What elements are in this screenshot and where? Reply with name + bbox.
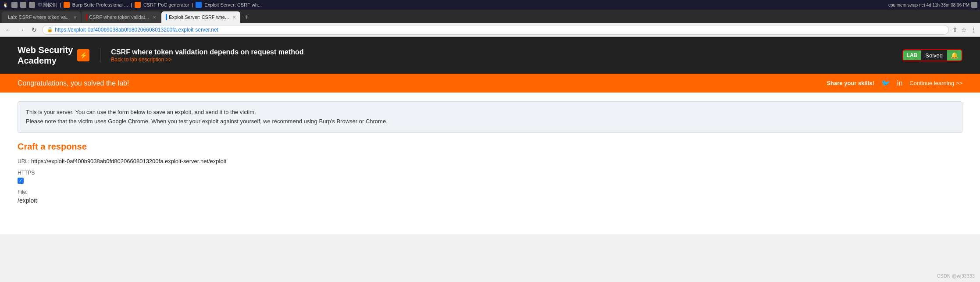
tab-label-2: CSRF where token validat... [89,14,149,20]
taskbar-exploit-label[interactable]: Exploit Server: CSRF wh... [204,2,262,7]
craft-section: Craft a response URL: https://exploit-0a… [18,142,962,204]
url-value: https://exploit-0af400b9038ab0fd80206608… [31,158,226,164]
taskbar-csrf-icon[interactable] [135,2,141,8]
logo-line2: Academy [18,56,57,65]
logo-text-content: Web Security Academy [18,45,73,66]
new-tab-button[interactable]: + [241,11,252,23]
info-line2: Please note that the victim uses Google … [26,117,954,126]
tab-label-1: Lab: CSRF where token va... [8,14,70,20]
browser-tab-3[interactable]: Exploit Server: CSRF whe... ✕ [161,11,240,23]
taskbar-exploit-icon[interactable] [196,2,202,8]
linkedin-icon[interactable]: in [897,79,902,87]
info-line1: This is your server. You can use the for… [26,108,954,117]
tab-close-3[interactable]: ✕ [232,15,236,20]
lab-solved-text: Solved [921,50,947,61]
taskbar-icon-tux[interactable]: 🐧 [3,2,9,8]
tab-close-2[interactable]: ✕ [153,15,156,20]
browser-tab-1[interactable]: Lab: CSRF where token va... ✕ [2,11,81,23]
taskbar-icon-files[interactable] [11,2,18,8]
menu-icon[interactable]: ⋮ [970,26,976,33]
tab-favicon-2 [86,14,87,20]
logo-area: Web Security Academy ⚡ [18,45,89,66]
file-value: /exploit [18,197,962,204]
page-content: Web Security Academy ⚡ CSRF where token … [0,37,980,234]
browser-tab-bar: Lab: CSRF where token va... ✕ CSRF where… [0,10,980,23]
taskbar-right: cpu mem swap net 4d 11h 38m 08:06 PM [888,2,977,8]
bookmark-icon[interactable]: ☆ [961,26,967,33]
lab-title-area: CSRF where token validation depends on r… [100,48,303,63]
header-left: Web Security Academy ⚡ CSRF where token … [18,45,304,66]
taskbar-label-csdn: 中国蚁剑 [38,2,57,8]
logo-icon: ⚡ [77,49,89,61]
taskbar-divider3: | [192,2,193,7]
logo-line1: Web Security [18,45,73,55]
file-row: File: /exploit [18,189,962,204]
main-content: This is your server. You can use the for… [0,93,980,213]
lab-badge: LAB [903,50,921,60]
browser-actions: ⇧ ☆ ⋮ [952,26,976,33]
site-header: Web Security Academy ⚡ CSRF where token … [0,37,980,74]
https-checkbox[interactable]: ✓ [18,178,24,184]
https-label: HTTPS [18,170,962,176]
craft-title: Craft a response [18,142,962,152]
url-label: URL: [18,158,29,164]
tab-label-3: Exploit Server: CSRF whe... [169,14,229,20]
reload-button[interactable]: ↻ [30,25,39,34]
lab-status-box: LAB Solved 🔔 [902,49,962,61]
share-label: Share your skills! [827,80,874,86]
twitter-icon[interactable]: 🐦 [881,79,890,87]
os-taskbar: 🐧 中国蚁剑 | Burp Suite Professional ... | C… [0,0,980,10]
browser-tab-2[interactable]: CSRF where token validat... ✕ [82,11,160,23]
forward-button[interactable]: → [17,25,26,34]
lock-icon: 🔒 [47,27,53,32]
address-input[interactable]: 🔒 https://exploit-0af400b9038ab0fd802066… [42,25,949,35]
banner-right: Share your skills! 🐦 in Continue learnin… [827,79,962,87]
tab-favicon-3 [166,14,167,20]
taskbar-divider2: | [131,2,132,7]
info-box: This is your server. You can use the for… [18,101,962,133]
address-url: https://exploit-0af400b9038ab0fd80206608… [55,27,218,33]
lab-solved-icon: 🔔 [947,50,962,61]
url-row: URL: https://exploit-0af400b9038ab0fd802… [18,158,962,164]
congrats-banner: Congratulations, you solved the lab! Sha… [0,74,980,93]
taskbar-csrf-label[interactable]: CSRF PoC generator [143,2,189,7]
back-button[interactable]: ← [4,25,13,34]
https-row: HTTPS ✓ [18,170,962,184]
share-icon[interactable]: ⇧ [952,26,958,33]
address-bar: ← → ↻ 🔒 https://exploit-0af400b9038ab0fd… [0,23,980,37]
continue-learning-link[interactable]: Continue learning >> [909,80,962,86]
taskbar-tray-icon[interactable] [971,2,977,8]
back-to-lab-link[interactable]: Back to lab description >> [111,57,171,63]
taskbar-burp-label[interactable]: Burp Suite Professional ... [72,2,128,7]
congrats-text: Congratulations, you solved the lab! [18,79,129,87]
tab-close-1[interactable]: ✕ [73,15,77,20]
lab-title: CSRF where token validation depends on r… [111,48,303,56]
system-stats: cpu mem swap net 4d 11h 38m 08:06 PM [888,3,969,7]
taskbar-icon-terminal[interactable] [20,2,26,8]
file-label: File: [18,189,962,195]
taskbar-left: 🐧 中国蚁剑 | Burp Suite Professional ... | C… [3,2,262,8]
taskbar-divider: | [60,2,61,7]
logo-text: Web Security Academy [18,45,73,66]
taskbar-icon-browser[interactable] [29,2,35,8]
taskbar-burp-icon[interactable] [64,2,70,8]
